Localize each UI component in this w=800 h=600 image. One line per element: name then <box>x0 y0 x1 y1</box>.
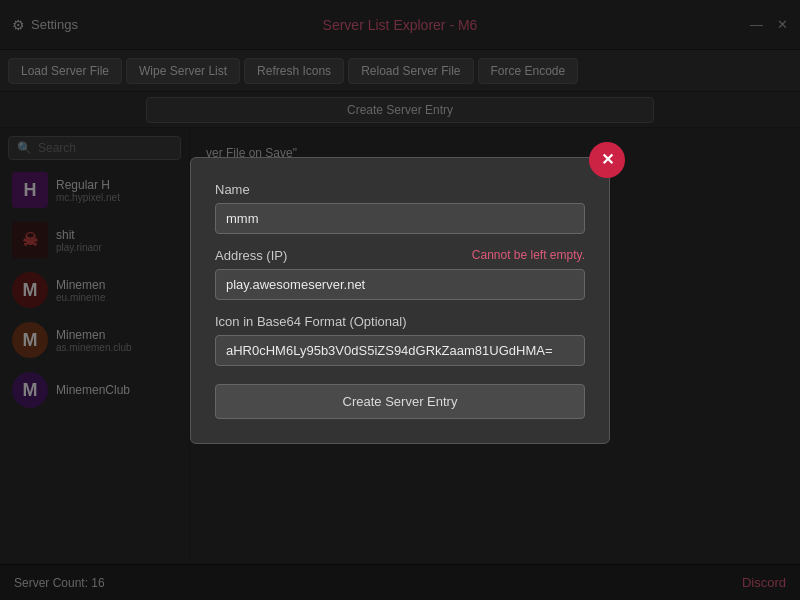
name-input[interactable] <box>215 203 585 234</box>
modal-close-button[interactable]: ✕ <box>589 142 625 178</box>
address-error: Cannot be left empty. <box>472 248 585 262</box>
address-label-row: Address (IP) Cannot be left empty. <box>215 248 585 263</box>
create-server-modal: ✕ Name Address (IP) Cannot be left empty… <box>190 157 610 444</box>
name-field: Name <box>215 182 585 234</box>
icon-field: Icon in Base64 Format (Optional) <box>215 314 585 366</box>
name-label: Name <box>215 182 585 197</box>
create-entry-submit-button[interactable]: Create Server Entry <box>215 384 585 419</box>
address-input[interactable] <box>215 269 585 300</box>
address-label: Address (IP) <box>215 248 287 263</box>
icon-input[interactable] <box>215 335 585 366</box>
address-field: Address (IP) Cannot be left empty. <box>215 248 585 300</box>
modal-overlay: ✕ Name Address (IP) Cannot be left empty… <box>0 0 800 600</box>
icon-label: Icon in Base64 Format (Optional) <box>215 314 585 329</box>
